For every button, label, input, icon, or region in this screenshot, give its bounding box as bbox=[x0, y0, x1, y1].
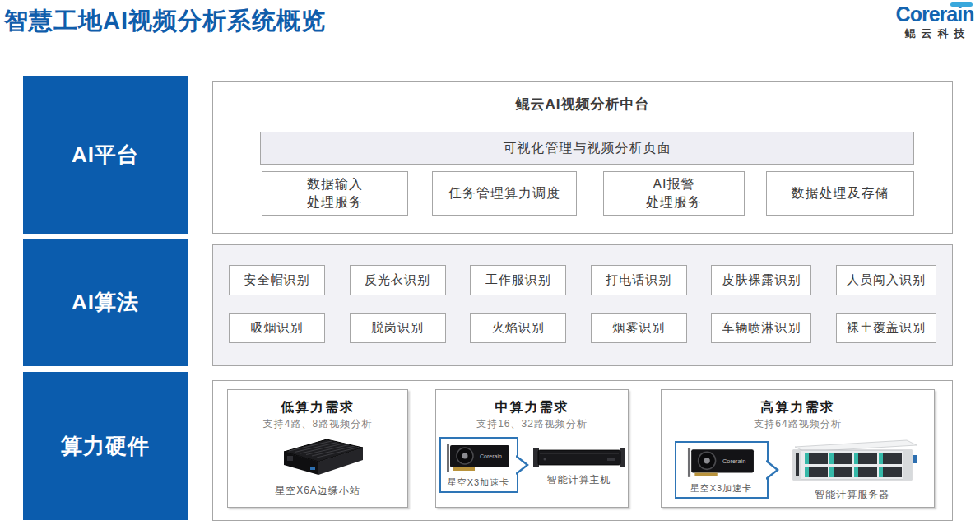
hardware-card-mid: 中算力需求 支持16、32路视频分析 Corerain 星空X3加速卡 bbox=[435, 389, 629, 508]
algorithm-box: 工作服识别 bbox=[470, 265, 566, 295]
host-device-figure: 智能计算服务器 bbox=[783, 437, 922, 502]
algorithm-box: 脱岗识别 bbox=[350, 313, 446, 343]
accelerator-card-image: Corerain bbox=[445, 443, 513, 474]
device-label: 星空X3加速卡 bbox=[690, 482, 752, 495]
algorithms-grid: 安全帽识别 反光衣识别 工作服识别 打电话识别 皮肤裸露识别 人员闯入识别 吸烟… bbox=[213, 245, 952, 365]
logo-accent-bar-icon bbox=[950, 2, 973, 7]
box-line: 任务管理算力调度 bbox=[448, 184, 560, 202]
algorithm-box: 皮肤裸露识别 bbox=[711, 265, 811, 295]
hardware-card-high: 高算力需求 支持64路视频分析 Corerain 星空X3加速卡 bbox=[661, 389, 935, 508]
platform-box-task-scheduling: 任务管理算力调度 bbox=[432, 171, 577, 216]
slide-canvas: 智慧工地AI视频分析系统概览 Corerain 鲲云科技 AI平台 AI算法 算… bbox=[0, 0, 980, 525]
sidebar-label: 算力硬件 bbox=[61, 432, 150, 461]
box-line: 数据输入 bbox=[307, 175, 363, 193]
algorithm-box: 车辆喷淋识别 bbox=[711, 313, 811, 343]
box-line: 处理服务 bbox=[307, 193, 363, 211]
algorithms-row-2: 吸烟识别 脱岗识别 火焰识别 烟雾识别 车辆喷淋识别 裸土覆盖识别 bbox=[229, 313, 936, 343]
sidebar-label: AI平台 bbox=[72, 141, 139, 170]
logo-company-name: 鲲云科技 bbox=[895, 26, 974, 41]
ai-platform-panel: 鲲云AI视频分析中台 可视化管理与视频分析页面 数据输入 处理服务 任务管理算力… bbox=[212, 81, 953, 234]
sidebar-item-compute-hardware: 算力硬件 bbox=[23, 372, 188, 520]
algorithm-box: 安全帽识别 bbox=[229, 265, 325, 295]
hardware-card-title: 高算力需求 bbox=[662, 399, 934, 416]
accelerator-callout-box: Corerain 星空X3加速卡 bbox=[675, 441, 769, 499]
arrow-right-icon bbox=[516, 454, 529, 476]
algorithm-box: 火焰识别 bbox=[470, 313, 566, 343]
hardware-card-title: 中算力需求 bbox=[436, 399, 628, 416]
accelerator-callout-box: Corerain 星空X3加速卡 bbox=[439, 437, 518, 493]
algorithm-box: 人员闯入识别 bbox=[836, 265, 936, 295]
sidebar-item-ai-algorithms: AI算法 bbox=[23, 239, 188, 366]
algorithm-box: 吸烟识别 bbox=[229, 313, 325, 343]
algorithm-box: 裸土覆盖识别 bbox=[836, 313, 936, 343]
device-group: Corerain 星空X3加速卡 bbox=[662, 437, 934, 502]
hardware-card-subtitle: 支持64路视频分析 bbox=[662, 417, 934, 431]
device-label: 智能计算主机 bbox=[547, 473, 611, 487]
accelerator-card-image: Corerain bbox=[684, 447, 759, 480]
compute-hardware-panel: 低算力需求 支持4路、8路视频分析 星空X6A边缘小站 bbox=[212, 380, 953, 521]
box-line: AI报警 bbox=[653, 175, 694, 193]
hardware-card-title: 低算力需求 bbox=[228, 399, 407, 416]
device-label: 星空X6A边缘小站 bbox=[275, 484, 360, 498]
host-device-figure: 智能计算主机 bbox=[533, 444, 625, 487]
platform-banner: 可视化管理与视频分析页面 bbox=[260, 132, 914, 165]
page-title: 智慧工地AI视频分析系统概览 bbox=[4, 5, 326, 38]
corerain-logo: Corerain 鲲云科技 bbox=[895, 4, 974, 41]
svg-text:Corerain: Corerain bbox=[480, 453, 502, 459]
hardware-card-subtitle: 支持4路、8路视频分析 bbox=[228, 417, 407, 431]
rack-server-image bbox=[533, 444, 625, 470]
device-label: 星空X3加速卡 bbox=[448, 476, 509, 489]
ai-algorithms-panel: 安全帽识别 反光衣识别 工作服识别 打电话识别 皮肤裸露识别 人员闯入识别 吸烟… bbox=[212, 244, 953, 366]
algorithms-row-1: 安全帽识别 反光衣识别 工作服识别 打电话识别 皮肤裸露识别 人员闯入识别 bbox=[229, 265, 936, 295]
algorithm-box: 烟雾识别 bbox=[591, 313, 687, 343]
svg-text:Corerain: Corerain bbox=[722, 458, 745, 465]
platform-box-ai-alarm: AI报警 处理服务 bbox=[603, 171, 745, 216]
edge-device-figure: 星空X6A边缘小站 bbox=[228, 434, 407, 498]
logo-brand-text: Corerain bbox=[896, 4, 974, 25]
device-group: Corerain 星空X3加速卡 bbox=[436, 437, 628, 493]
platform-box-data-input: 数据输入 处理服务 bbox=[262, 171, 408, 216]
platform-title: 鲲云AI视频分析中台 bbox=[213, 95, 952, 114]
sidebar-item-ai-platform: AI平台 bbox=[23, 76, 188, 234]
hardware-card-low: 低算力需求 支持4路、8路视频分析 星空X6A边缘小站 bbox=[227, 389, 408, 508]
server-image bbox=[783, 437, 922, 485]
sidebar-label: AI算法 bbox=[72, 288, 139, 317]
device-label: 智能计算服务器 bbox=[815, 488, 889, 502]
hardware-card-subtitle: 支持16、32路视频分析 bbox=[436, 417, 628, 431]
arrow-right-icon bbox=[766, 459, 779, 481]
algorithm-box: 打电话识别 bbox=[591, 265, 687, 295]
edge-box-device-image bbox=[267, 434, 368, 481]
algorithm-box: 反光衣识别 bbox=[350, 265, 446, 295]
platform-box-data-storage: 数据处理及存储 bbox=[766, 171, 914, 216]
box-line: 数据处理及存储 bbox=[792, 184, 889, 202]
box-line: 处理服务 bbox=[646, 193, 702, 211]
